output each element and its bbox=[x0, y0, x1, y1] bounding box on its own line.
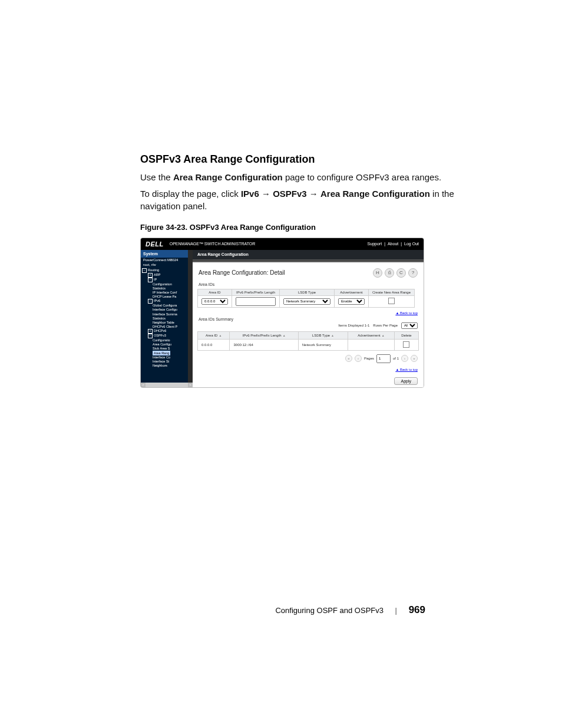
nav-step: OSPFv3 bbox=[273, 189, 307, 199]
figure-caption: Figure 34-23. OSPFv3 Area Range Configur… bbox=[140, 223, 492, 232]
page-footer: Configuring OSPF and OSPFv3 | 969 bbox=[0, 604, 562, 616]
rows-per-page-label: Rows Per Page bbox=[373, 324, 398, 327]
nav-item[interactable]: Interface Co bbox=[153, 355, 170, 359]
nav-device: PowerConnect M8024 bbox=[141, 258, 193, 262]
apply-button[interactable]: Apply bbox=[394, 377, 418, 385]
nav-item[interactable]: Interface St bbox=[153, 360, 169, 363]
col-lsdb: LSDB Type bbox=[280, 289, 335, 295]
about-link[interactable]: About bbox=[388, 242, 398, 246]
page-next-icon[interactable]: › bbox=[401, 355, 408, 362]
paragraph-2: To display the page, click IPv6 → OSPFv3… bbox=[140, 188, 492, 212]
area-ids-table: Area ID IPv6 Prefix/Prefix Length LSDB T… bbox=[197, 289, 415, 308]
cell-prefix: 3000:12::/64 bbox=[230, 339, 298, 350]
delete-checkbox[interactable] bbox=[403, 341, 409, 348]
page-title: Area Range Configuration: Detail bbox=[199, 269, 285, 276]
page-first-icon[interactable]: « bbox=[345, 355, 352, 362]
nav-item[interactable]: Global Configura bbox=[153, 304, 177, 307]
save-icon[interactable]: H bbox=[373, 268, 382, 278]
nav-item[interactable]: Stub Area S bbox=[153, 347, 170, 350]
section-label-summary: Area IDs Summary bbox=[193, 316, 424, 322]
arrow: → bbox=[259, 189, 273, 199]
nav-vscrollbar[interactable] bbox=[188, 250, 193, 387]
nav-user: root, r/w bbox=[141, 262, 193, 267]
col-prefix: IPv6 Prefix/Prefix Length bbox=[232, 289, 280, 295]
col-adv[interactable]: Advertisement▲ bbox=[348, 331, 395, 339]
support-link[interactable]: Support bbox=[368, 242, 382, 246]
main-pane: Area Range Configuration Area Range Conf… bbox=[193, 250, 424, 387]
page-last-icon[interactable]: » bbox=[411, 355, 418, 362]
nav-item[interactable]: Neighbor Table bbox=[153, 321, 174, 324]
nav-item[interactable]: IPv6 bbox=[154, 299, 160, 302]
nav-item[interactable]: OSPFv3 bbox=[154, 334, 166, 337]
paragraph-1: Use the Area Range Configuration page to… bbox=[140, 172, 492, 183]
col-create: Create New Area Range bbox=[369, 289, 415, 295]
footer-section: Configuring OSPF and OSPFv3 bbox=[275, 606, 384, 615]
col-area-id[interactable]: Area ID▲ bbox=[198, 331, 230, 339]
page-prev-icon[interactable]: ‹ bbox=[355, 355, 362, 362]
page-number: 969 bbox=[409, 604, 425, 615]
nav-item[interactable]: Routing bbox=[148, 268, 159, 272]
section-heading: OSPFv3 Area Range Configuration bbox=[140, 153, 492, 166]
print-icon[interactable]: ⎙ bbox=[385, 268, 394, 278]
nav-item[interactable]: Statistics bbox=[153, 286, 166, 290]
text: To display the page, click bbox=[140, 189, 241, 199]
back-to-top-link[interactable]: ▲ Back to top bbox=[395, 311, 418, 315]
rows-per-page-select[interactable]: All bbox=[401, 322, 418, 329]
nav-item[interactable]: ARP bbox=[154, 273, 160, 276]
col-adv: Advertisement bbox=[335, 289, 369, 295]
nav-hscrollbar[interactable]: <> bbox=[141, 383, 193, 387]
nav-step: IPv6 bbox=[241, 189, 259, 199]
nav-item[interactable]: Configuratio bbox=[153, 338, 170, 342]
nav-item[interactable]: Area Configu bbox=[153, 342, 171, 346]
screenshot: DELL OPENMANAGE™ SWITCH ADMINISTRATOR Su… bbox=[140, 238, 424, 388]
text: page to configure OSPFv3 area ranges. bbox=[283, 172, 441, 182]
back-to-top-link[interactable]: ▲ Back to top bbox=[395, 368, 418, 371]
area-id-select[interactable]: 0.0.0.0 bbox=[201, 298, 228, 305]
nav-item[interactable]: Statistics bbox=[153, 317, 166, 320]
items-displayed: Items Displayed 1-1 bbox=[338, 324, 369, 327]
col-area-id: Area ID bbox=[198, 289, 232, 295]
nav-item[interactable]: DHCPv6 bbox=[154, 329, 166, 332]
nav-tree[interactable]: System PowerConnect M8024 root, r/w −Rou… bbox=[141, 250, 193, 387]
nav-item[interactable]: IP Interface Conf bbox=[153, 291, 177, 294]
refresh-icon[interactable]: C bbox=[396, 268, 406, 278]
nav-item[interactable]: Configuration bbox=[153, 282, 172, 286]
term: Area Range Configuration bbox=[173, 172, 283, 182]
prefix-input[interactable] bbox=[236, 297, 276, 306]
nav-item[interactable]: Neighbors bbox=[153, 364, 167, 367]
product-name: OPENMANAGE™ SWITCH ADMINISTRATOR bbox=[170, 242, 256, 246]
pages-label: Pages bbox=[364, 357, 374, 360]
lsdb-select[interactable]: Network Summary bbox=[283, 298, 330, 305]
section-label-areaids: Area IDs bbox=[193, 281, 424, 288]
summary-table: Area ID▲ IPv6 Prefix/Prefix Length▲ LSDB… bbox=[197, 331, 419, 351]
nav-step: Area Range Configuration bbox=[320, 189, 430, 199]
nav-item[interactable]: DHCPv6 Client P bbox=[153, 325, 177, 328]
text: Use the bbox=[140, 172, 173, 182]
col-delete: Delete bbox=[394, 331, 418, 339]
pages-of: of 1 bbox=[393, 357, 399, 360]
nav-item[interactable]: IP bbox=[154, 278, 157, 281]
nav-item[interactable]: DHCP Lease Pa bbox=[153, 295, 176, 298]
dell-logo: DELL bbox=[146, 241, 164, 248]
logout-link[interactable]: Log Out bbox=[404, 242, 419, 246]
col-lsdb[interactable]: LSDB Type▲ bbox=[298, 331, 348, 339]
nav-item-selected[interactable]: Area Rang bbox=[153, 351, 170, 355]
create-checkbox[interactable] bbox=[388, 298, 395, 304]
cell-area-id: 0.0.0.0 bbox=[198, 339, 230, 350]
adv-select[interactable]: Enable bbox=[338, 298, 365, 305]
cell-lsdb: Network Summary bbox=[298, 339, 348, 350]
arrow: → bbox=[307, 189, 320, 199]
breadcrumb-bar: Area Range Configuration bbox=[193, 250, 424, 260]
nav-item[interactable]: Interface Summa bbox=[153, 312, 177, 316]
table-row: 0.0.0.0 3000:12::/64 Network Summary bbox=[198, 339, 419, 350]
col-prefix[interactable]: IPv6 Prefix/Prefix Length▲ bbox=[230, 331, 298, 339]
nav-item[interactable]: Interface Configu bbox=[153, 308, 177, 311]
nav-heading: System bbox=[141, 250, 193, 258]
top-bar: DELL OPENMANAGE™ SWITCH ADMINISTRATOR Su… bbox=[141, 238, 424, 250]
help-icon[interactable]: ? bbox=[408, 268, 418, 278]
page-input[interactable] bbox=[376, 354, 391, 363]
